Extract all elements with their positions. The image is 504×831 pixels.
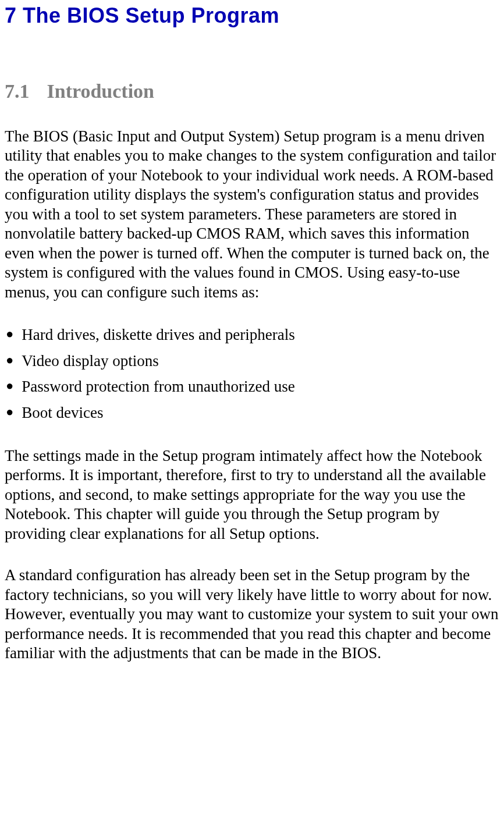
- list-item-text: Boot devices: [22, 402, 103, 423]
- list-item: ● Video display options: [5, 350, 499, 371]
- closing-paragraph: A standard configuration has already bee…: [5, 566, 499, 663]
- chapter-title: The BIOS Setup Program: [23, 3, 279, 27]
- list-item: ● Hard drives, diskette drives and perip…: [5, 324, 499, 345]
- section-heading: 7.1Introduction: [5, 80, 499, 102]
- list-item-text: Hard drives, diskette drives and periphe…: [22, 324, 294, 345]
- list-item: ● Password protection from unauthorized …: [5, 376, 499, 397]
- intro-paragraph: The BIOS (Basic Input and Output System)…: [5, 127, 499, 302]
- list-item-text: Video display options: [22, 350, 158, 371]
- bullet-icon: ●: [6, 350, 13, 370]
- section-title: Introduction: [47, 80, 155, 102]
- list-item-text: Password protection from unauthorized us…: [22, 376, 294, 397]
- middle-paragraph: The settings made in the Setup program i…: [5, 446, 499, 544]
- bullet-icon: ●: [6, 402, 13, 422]
- bullet-icon: ●: [6, 324, 13, 344]
- bullet-list: ● Hard drives, diskette drives and perip…: [5, 324, 499, 423]
- bullet-icon: ●: [6, 376, 13, 396]
- chapter-number: 7: [5, 3, 17, 27]
- chapter-heading: 7 The BIOS Setup Program: [5, 3, 499, 28]
- list-item: ● Boot devices: [5, 402, 499, 423]
- section-number: 7.1: [5, 80, 30, 102]
